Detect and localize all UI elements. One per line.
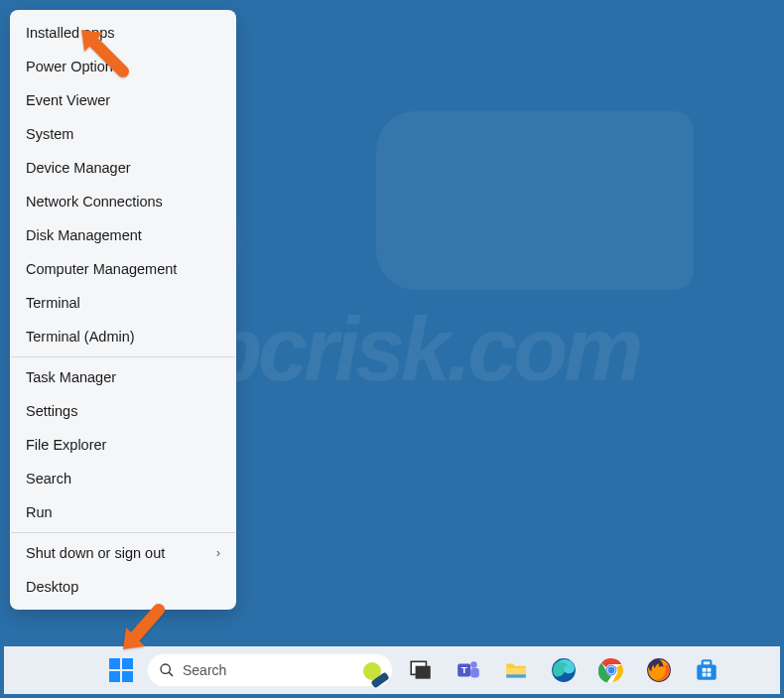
chrome-icon [598, 657, 624, 683]
menu-item-network-connections[interactable]: Network Connections [10, 185, 236, 218]
svg-point-6 [470, 661, 477, 668]
taskbar-chrome[interactable] [591, 650, 631, 690]
taskbar: Search T [4, 646, 780, 694]
svg-rect-7 [470, 668, 479, 678]
menu-item-terminal[interactable]: Terminal [10, 286, 236, 320]
menu-item-label: File Explorer [26, 437, 106, 453]
winx-context-menu: Installed apps Power Options Event Viewe… [10, 10, 236, 610]
menu-item-label: Run [26, 504, 53, 520]
watermark-shape [376, 111, 694, 290]
menu-item-run[interactable]: Run [10, 495, 236, 529]
store-icon [694, 657, 719, 683]
taskbar-firefox[interactable] [639, 650, 679, 690]
menu-item-device-manager[interactable]: Device Manager [10, 151, 236, 185]
menu-item-desktop[interactable]: Desktop [10, 570, 236, 604]
svg-text:T: T [461, 664, 467, 675]
svg-rect-18 [703, 668, 707, 672]
menu-item-installed-apps[interactable]: Installed apps [10, 16, 236, 50]
menu-item-shutdown-signout[interactable]: Shut down or sign out › [10, 536, 236, 570]
menu-item-label: Installed apps [26, 25, 114, 41]
watermark-text: pcrisk.com [207, 298, 639, 400]
menu-item-label: Shut down or sign out [26, 545, 165, 561]
start-button[interactable] [103, 652, 139, 688]
taskbar-task-view[interactable] [401, 650, 441, 690]
svg-rect-3 [416, 666, 431, 679]
menu-item-label: System [26, 126, 73, 142]
teams-icon: T [456, 657, 481, 683]
search-placeholder: Search [183, 662, 381, 678]
menu-item-label: Event Viewer [26, 92, 110, 108]
menu-item-label: Desktop [26, 579, 78, 595]
svg-rect-21 [708, 673, 712, 677]
menu-item-system[interactable]: System [10, 117, 236, 151]
menu-item-task-manager[interactable]: Task Manager [10, 360, 236, 394]
menu-item-label: Power Options [26, 59, 120, 74]
menu-item-label: Search [26, 471, 71, 487]
task-view-icon [408, 657, 434, 683]
menu-item-label: Disk Management [26, 227, 142, 243]
menu-item-search[interactable]: Search [10, 462, 236, 495]
menu-item-file-explorer[interactable]: File Explorer [10, 428, 236, 462]
taskbar-microsoft-store[interactable] [687, 650, 726, 690]
menu-item-label: Settings [26, 403, 77, 419]
menu-item-label: Device Manager [26, 160, 131, 176]
svg-line-1 [169, 672, 173, 676]
svg-rect-16 [697, 665, 717, 680]
menu-item-disk-management[interactable]: Disk Management [10, 218, 236, 252]
search-highlight-icon [361, 656, 389, 684]
svg-point-0 [161, 664, 170, 673]
taskbar-edge[interactable] [544, 650, 584, 690]
svg-rect-19 [708, 668, 712, 672]
taskbar-file-explorer[interactable] [496, 650, 536, 690]
taskbar-search-input[interactable]: Search [147, 653, 393, 687]
menu-item-computer-management[interactable]: Computer Management [10, 252, 236, 286]
desktop-background: pcrisk.com Installed apps Power Options … [0, 0, 784, 698]
menu-item-event-viewer[interactable]: Event Viewer [10, 83, 236, 117]
menu-separator [11, 356, 235, 357]
svg-rect-9 [506, 674, 526, 677]
svg-rect-17 [703, 660, 712, 665]
taskbar-teams[interactable]: T [449, 650, 488, 690]
menu-item-label: Computer Management [26, 261, 177, 277]
windows-logo-icon [109, 658, 133, 682]
chevron-right-icon: › [216, 546, 220, 560]
edge-icon [551, 657, 577, 683]
folder-icon [503, 657, 529, 683]
svg-rect-20 [703, 673, 707, 677]
firefox-icon [646, 657, 672, 683]
menu-item-label: Terminal (Admin) [26, 329, 135, 345]
menu-item-label: Terminal [26, 295, 80, 311]
menu-item-label: Network Connections [26, 194, 163, 209]
menu-item-power-options[interactable]: Power Options [10, 50, 236, 83]
menu-item-label: Task Manager [26, 369, 116, 385]
svg-point-14 [608, 667, 615, 674]
menu-item-settings[interactable]: Settings [10, 394, 236, 428]
menu-separator [11, 532, 235, 533]
search-icon [159, 662, 175, 678]
menu-item-terminal-admin[interactable]: Terminal (Admin) [10, 320, 236, 353]
